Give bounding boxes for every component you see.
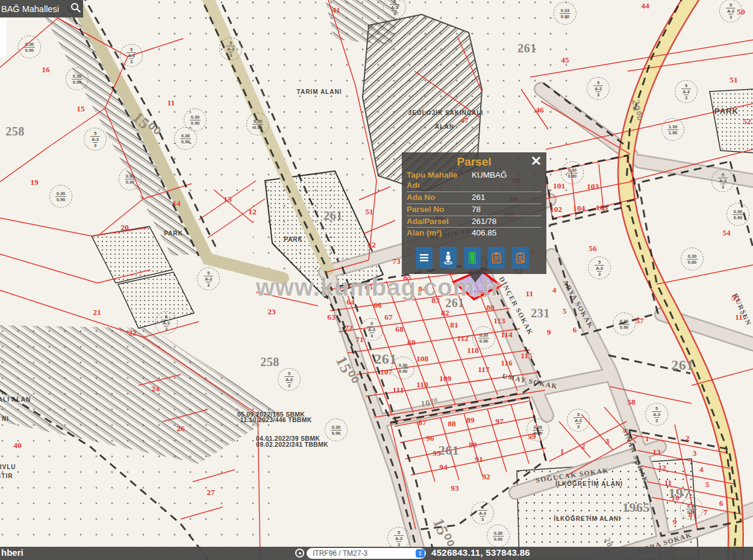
parcel-info-popup: Parsel ✕ Tapu Mahalle Adı KUMBAĞ Ada No … — [402, 152, 546, 274]
door-button[interactable] — [464, 247, 481, 269]
field-label: Ada No — [407, 191, 472, 204]
coordinates-readout: 4526843.11, 537843.86 — [431, 547, 530, 558]
parcel-info-table: Tapu Mahalle Adı KUMBAĞ Ada No 261 Parse… — [407, 170, 542, 239]
stepper-icon[interactable]: ▲▼ — [416, 549, 425, 558]
close-icon[interactable]: ✕ — [528, 154, 544, 169]
door-icon — [468, 252, 476, 264]
popup-title: Parsel — [402, 152, 546, 169]
pegman-icon — [443, 251, 453, 264]
left-panel-edge — [0, 17, 7, 57]
street-view-button[interactable] — [440, 247, 457, 269]
report-button[interactable] — [488, 247, 505, 269]
map-application: 4144454647505152161511191413122021222324… — [0, 0, 753, 560]
clipboard-icon — [492, 252, 501, 264]
field-value: 261 — [472, 191, 542, 204]
status-bar: hberi ITRF96 / TM27-3 ▲▼ 4526843.11, 537… — [0, 547, 753, 560]
document-icon — [516, 252, 525, 264]
popup-toolbar — [416, 247, 529, 269]
field-label: Tapu Mahalle Adı — [407, 170, 472, 191]
field-label: Parsel No — [407, 204, 472, 216]
search-input[interactable]: BAĞ Mahallesi — [0, 4, 67, 14]
legend-label[interactable]: hberi — [1, 547, 23, 558]
crs-value: ITRF96 / TM27-3 — [307, 549, 416, 558]
field-value: KUMBAĞ — [472, 170, 542, 191]
search-bar[interactable]: BAĞ Mahallesi — [0, 0, 83, 17]
menu-icon — [419, 254, 429, 262]
map-canvas[interactable] — [0, 0, 753, 560]
field-value: 261/78 — [472, 216, 542, 228]
field-value: 78 — [472, 204, 542, 216]
field-label: Ada/Parsel — [407, 216, 472, 228]
menu-button[interactable] — [416, 247, 433, 269]
search-icon[interactable] — [67, 2, 83, 15]
deed-button[interactable] — [512, 247, 529, 269]
field-value: 406.85 — [472, 228, 542, 239]
field-label: Alan (m²) — [407, 228, 472, 239]
locate-icon[interactable] — [295, 549, 304, 558]
crs-select[interactable]: ITRF96 / TM27-3 ▲▼ — [307, 548, 426, 559]
